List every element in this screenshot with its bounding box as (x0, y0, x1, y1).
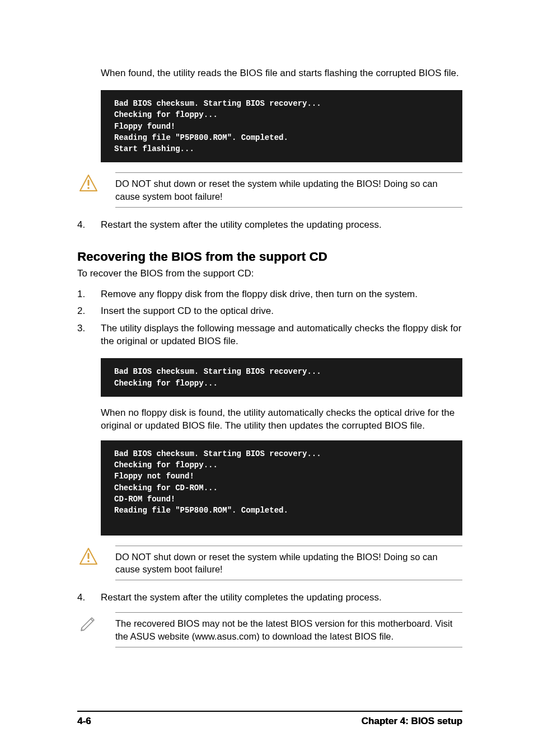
list-text: Restart the system after the utility com… (101, 219, 462, 232)
warning-text: DO NOT shut down or reset the system whi… (115, 546, 462, 581)
list-number: 2. (77, 305, 101, 318)
list-text: The utility displays the following messa… (101, 322, 462, 348)
list-number: 1. (77, 288, 101, 301)
warning-callout-2: DO NOT shut down or reset the system whi… (77, 546, 462, 581)
list-number: 3. (77, 322, 101, 348)
warning-icon (78, 173, 99, 194)
section-intro: To recover the BIOS from the support CD: (77, 267, 462, 280)
list-number: 4. (77, 219, 101, 232)
svg-rect-0 (88, 180, 90, 186)
note-pencil-icon (78, 613, 99, 632)
code-block-3: Bad BIOS checksum. Starting BIOS recover… (101, 440, 462, 536)
warning-icon (78, 547, 99, 567)
svg-point-3 (87, 560, 90, 562)
code-block-2: Bad BIOS checksum. Starting BIOS recover… (101, 358, 462, 397)
paragraph-after2: When no floppy disk is found, the utilit… (101, 407, 462, 433)
warning-text: DO NOT shut down or reset the system whi… (115, 172, 462, 208)
section-heading: Recovering the BIOS from the support CD (77, 248, 462, 265)
list-text: Remove any floppy disk from the floppy d… (101, 288, 462, 301)
list-number: 4. (77, 591, 101, 604)
list-text: Insert the support CD to the optical dri… (101, 305, 462, 318)
page-footer: 4-6 Chapter 4: BIOS setup (77, 711, 462, 728)
footer-chapter: Chapter 4: BIOS setup (362, 715, 462, 728)
footer-page-number: 4-6 (77, 715, 91, 728)
svg-rect-2 (88, 553, 90, 559)
note-callout: The recovered BIOS may not be the latest… (77, 612, 462, 647)
paragraph-intro: When found, the utility reads the BIOS f… (101, 67, 462, 80)
warning-callout-1: DO NOT shut down or reset the system whi… (77, 172, 462, 208)
code-block-1: Bad BIOS checksum. Starting BIOS recover… (101, 90, 462, 162)
note-text: The recovered BIOS may not be the latest… (115, 612, 462, 647)
svg-point-1 (87, 187, 90, 190)
list-text: Restart the system after the utility com… (101, 591, 462, 604)
